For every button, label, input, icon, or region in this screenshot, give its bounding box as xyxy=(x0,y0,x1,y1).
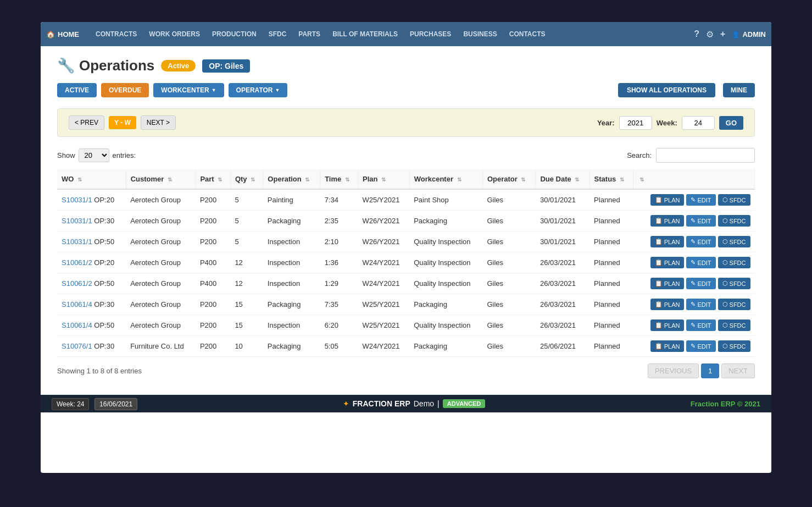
due-date-sort-icon: ⇅ xyxy=(575,177,579,183)
sfdc-button[interactable]: ⬡ SFDC xyxy=(718,299,750,310)
nav-contracts[interactable]: CONTRACTS xyxy=(90,28,142,40)
plan-icon: 📋 xyxy=(655,196,663,203)
cell-due-date: 25/06/2021 xyxy=(536,336,589,357)
col-wo[interactable]: WO ⇅ xyxy=(57,169,126,189)
plan-button[interactable]: 📋 PLAN xyxy=(650,278,685,289)
nav-parts[interactable]: PARTS xyxy=(293,28,326,40)
col-customer[interactable]: Customer ⇅ xyxy=(126,169,196,189)
sfdc-button[interactable]: ⬡ SFDC xyxy=(718,340,750,352)
week-input[interactable] xyxy=(682,116,715,130)
sfdc-button[interactable]: ⬡ SFDC xyxy=(718,278,750,289)
col-operation[interactable]: Operation ⇅ xyxy=(263,169,320,189)
admin-label[interactable]: ADMIN xyxy=(732,30,766,38)
op-code: OP:50 xyxy=(94,279,114,288)
previous-page-button[interactable]: PREVIOUS xyxy=(648,363,699,378)
op-code: OP:50 xyxy=(94,321,114,329)
edit-button[interactable]: ✎ EDIT xyxy=(686,194,715,206)
action-buttons: 📋 PLAN ✎ EDIT ⬡ SFDC xyxy=(638,278,750,289)
plan-button[interactable]: 📋 PLAN xyxy=(650,215,685,227)
col-part[interactable]: Part ⇅ xyxy=(196,169,231,189)
edit-button[interactable]: ✎ EDIT xyxy=(686,278,715,289)
page-1-button[interactable]: 1 xyxy=(701,363,719,378)
filter-row: ACTIVE OVERDUE WORKCENTER OPERATOR SHOW … xyxy=(57,83,755,97)
sfdc-button[interactable]: ⬡ SFDC xyxy=(718,236,750,247)
nav-business[interactable]: BUSINESS xyxy=(458,28,502,40)
mine-button[interactable]: MINE xyxy=(723,83,755,97)
plan-button[interactable]: 📋 PLAN xyxy=(650,194,685,206)
week-badge: Week: 24 xyxy=(52,398,89,410)
next-page-button[interactable]: NEXT xyxy=(721,363,755,378)
plan-button[interactable]: 📋 PLAN xyxy=(650,236,685,247)
sfdc-button[interactable]: ⬡ SFDC xyxy=(718,257,750,268)
wo-link[interactable]: S10061/2 xyxy=(62,258,92,267)
cell-actions: 📋 PLAN ✎ EDIT ⬡ SFDC xyxy=(633,252,755,273)
col-plan[interactable]: Plan ⇅ xyxy=(358,169,410,189)
nav-production[interactable]: PRODUCTION xyxy=(207,28,262,40)
active-filter-button[interactable]: ACTIVE xyxy=(57,83,97,97)
col-qty[interactable]: Qty ⇅ xyxy=(230,169,263,189)
user-icon xyxy=(732,30,740,38)
wo-link[interactable]: S10061/4 xyxy=(62,321,92,329)
nav-contacts[interactable]: CONTACTS xyxy=(504,28,551,40)
cell-qty: 15 xyxy=(230,294,263,315)
sfdc-button[interactable]: ⬡ SFDC xyxy=(718,215,750,227)
wo-link[interactable]: S10031/1 xyxy=(62,196,92,204)
wo-link[interactable]: S10031/1 xyxy=(62,238,92,246)
go-button[interactable]: GO xyxy=(719,116,743,130)
cell-plan: W24/Y2021 xyxy=(358,273,410,294)
wo-link[interactable]: S10061/4 xyxy=(62,300,92,308)
col-operator[interactable]: Operator ⇅ xyxy=(482,169,536,189)
nav-brand[interactable]: 🏠 HOME xyxy=(46,30,79,38)
wo-link[interactable]: S10061/2 xyxy=(62,279,92,288)
col-status[interactable]: Status ⇅ xyxy=(589,169,633,189)
show-entries-select[interactable]: 20 50 100 xyxy=(79,148,109,162)
edit-button[interactable]: ✎ EDIT xyxy=(686,299,715,310)
table-row: S10031/1 OP:30 Aerotech Group P200 5 Pac… xyxy=(57,211,755,232)
operator-filter-button[interactable]: OPERATOR xyxy=(229,83,288,97)
nav-purchases[interactable]: PURCHASES xyxy=(404,28,457,40)
plan-button[interactable]: 📋 PLAN xyxy=(650,299,685,310)
edit-button[interactable]: ✎ EDIT xyxy=(686,319,715,331)
cell-qty: 15 xyxy=(230,315,263,336)
wo-link[interactable]: S10031/1 xyxy=(62,217,92,225)
col-due-date[interactable]: Due Date ⇅ xyxy=(536,169,589,189)
cell-status: Planned xyxy=(589,211,633,232)
plan-button[interactable]: 📋 PLAN xyxy=(650,340,685,352)
overdue-filter-button[interactable]: OVERDUE xyxy=(101,83,149,97)
edit-button[interactable]: ✎ EDIT xyxy=(686,257,715,268)
cell-wo: S10031/1 OP:50 xyxy=(57,232,126,252)
actions-sort-icon: ⇅ xyxy=(639,177,644,183)
action-buttons: 📋 PLAN ✎ EDIT ⬡ SFDC xyxy=(638,319,750,331)
plan-button[interactable]: 📋 PLAN xyxy=(650,319,685,331)
edit-button[interactable]: ✎ EDIT xyxy=(686,340,715,352)
edit-button[interactable]: ✎ EDIT xyxy=(686,236,715,247)
cell-actions: 📋 PLAN ✎ EDIT ⬡ SFDC xyxy=(633,211,755,232)
settings-icon[interactable] xyxy=(706,29,714,40)
op-code: OP:30 xyxy=(94,217,114,225)
nav-bill-of-materials[interactable]: BILL OF MATERIALS xyxy=(327,28,403,40)
nav-work-orders[interactable]: WORK ORDERS xyxy=(143,28,205,40)
workcenter-filter-button[interactable]: WORKCENTER xyxy=(153,83,224,97)
yw-button[interactable]: Y - W xyxy=(109,116,136,129)
edit-button[interactable]: ✎ EDIT xyxy=(686,215,715,227)
sfdc-button[interactable]: ⬡ SFDC xyxy=(718,194,750,206)
prev-button[interactable]: < PREV xyxy=(69,115,104,130)
nav-sfdc[interactable]: SFDC xyxy=(263,28,292,40)
plan-button[interactable]: 📋 PLAN xyxy=(650,257,685,268)
sfdc-button[interactable]: ⬡ SFDC xyxy=(718,319,750,331)
year-input[interactable] xyxy=(619,116,652,130)
plan-icon: 📋 xyxy=(655,322,663,329)
col-time[interactable]: Time ⇅ xyxy=(320,169,358,189)
cell-part: P200 xyxy=(196,211,231,232)
cell-part: P200 xyxy=(196,189,231,211)
add-icon[interactable] xyxy=(720,29,725,39)
wrench-icon: 🔧 xyxy=(57,57,75,74)
operation-sort-icon: ⇅ xyxy=(305,177,309,183)
next-button[interactable]: NEXT > xyxy=(141,115,176,130)
show-all-operations-button[interactable]: SHOW ALL OPERATIONS xyxy=(618,83,715,97)
col-workcenter[interactable]: Workcenter ⇅ xyxy=(409,169,482,189)
cell-operator: Giles xyxy=(482,252,536,273)
wo-link[interactable]: S10076/1 xyxy=(62,342,92,350)
help-icon[interactable] xyxy=(694,29,699,39)
search-input[interactable] xyxy=(656,148,755,163)
